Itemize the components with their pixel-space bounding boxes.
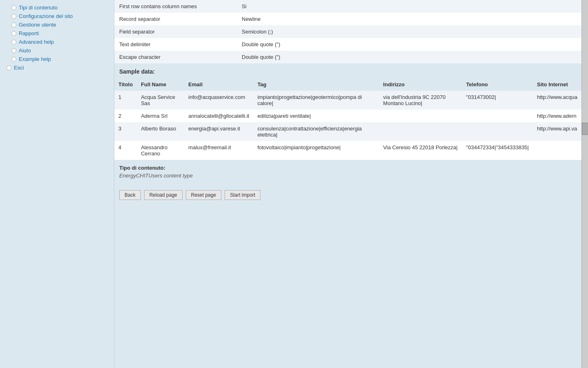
settings-row-4: Text delimiter Double quote (") (114, 38, 581, 51)
cell-full-name: Acqua Service Sas (137, 91, 184, 110)
sidebar-item-gestione-utente[interactable]: Gestione utente (0, 20, 114, 29)
cell-email: info@acquaservice.com (184, 91, 253, 110)
sidebar-item-configurazione-sito[interactable]: Configurazione del sito (0, 12, 114, 20)
settings-value: Si (237, 0, 581, 13)
col-sito-internet: Sito Internet (533, 78, 581, 91)
cell-titolo: 2 (114, 110, 137, 122)
cell-email: annalocatelli@gllocatelli.it (184, 110, 253, 122)
settings-label: First row contains column names (114, 0, 237, 13)
cell-tag: edilizia|pareti ventilate| (253, 110, 379, 122)
bullet-icon (7, 65, 11, 70)
reset-button[interactable]: Reset page (186, 190, 221, 200)
settings-value: Newline (237, 13, 581, 25)
col-email: Email (184, 78, 253, 91)
main-content: First row contains column names Si Recor… (114, 0, 581, 368)
cell-telefono: "034472334|"3454333835| (462, 141, 533, 160)
settings-label: Field separator (114, 25, 237, 38)
settings-value: Double quote (") (237, 51, 581, 63)
cell-email: malux@freemail.it (184, 141, 253, 160)
bullet-icon (11, 48, 16, 53)
bullet-icon (11, 31, 16, 36)
cell-sito (533, 141, 581, 160)
settings-label: Text delimiter (114, 38, 237, 51)
table-row: 1 Acqua Service Sas info@acquaservice.co… (114, 91, 581, 110)
start-import-button[interactable]: Start import (225, 190, 261, 200)
cell-telefono (462, 122, 533, 141)
cell-indirizzo (379, 110, 462, 122)
scrollbar-right[interactable] (581, 0, 588, 368)
cell-email: energia@api.varese.it (184, 122, 253, 141)
col-indirizzo: Indirizzo (379, 78, 462, 91)
content-type-value: EnergyCHITUsers content type (119, 173, 577, 179)
bullet-icon (11, 14, 16, 19)
cell-full-name: Aderma Srl (137, 110, 184, 122)
back-button[interactable]: Back (119, 190, 141, 200)
sidebar-item-advanced-help[interactable]: Advanced help (0, 38, 114, 46)
button-row: Back Reload page Reset page Start import (114, 184, 581, 206)
table-row: 2 Aderma Srl annalocatelli@gllocatelli.i… (114, 110, 581, 122)
sidebar: Tipi di contenuto Configurazione del sit… (0, 0, 114, 368)
col-tag: Tag (253, 78, 379, 91)
cell-titolo: 1 (114, 91, 137, 110)
cell-sito: http://www.api.va (533, 122, 581, 141)
cell-full-name: Alessandro Cerrano (137, 141, 184, 160)
cell-indirizzo: via dell'Industria 9C 22070 Montano Luci… (379, 91, 462, 110)
cell-titolo: 3 (114, 122, 137, 141)
col-titolo: Titolo (114, 78, 137, 91)
settings-value: Semicolon (;) (237, 25, 581, 38)
table-row: 3 Alberto Boraso energia@api.varese.it c… (114, 122, 581, 141)
bullet-icon (11, 5, 16, 10)
cell-sito: http://www.adern (533, 110, 581, 122)
reload-button[interactable]: Reload page (144, 190, 183, 200)
sidebar-item-rapporti[interactable]: Rapporti (0, 29, 114, 38)
cell-tag: impianto|progettazione|geotermico|pompa … (253, 91, 379, 110)
sidebar-item-esci[interactable]: Esci (0, 63, 114, 72)
cell-titolo: 4 (114, 141, 137, 160)
cell-tag: fotovoltaico|impianto|progettazione| (253, 141, 379, 160)
col-full-name: Full Name (137, 78, 184, 91)
cell-tag: consulenza|contrattazione|efficienza|ene… (253, 122, 379, 141)
cell-sito: http://www.acqua (533, 91, 581, 110)
sidebar-item-aiuto[interactable]: Aiuto (0, 46, 114, 55)
bullet-icon (11, 22, 16, 27)
settings-row-5: Escape character Double quote (") (114, 51, 581, 63)
settings-table: First row contains column names Si Recor… (114, 0, 581, 63)
cell-telefono: "031473002| (462, 91, 533, 110)
sidebar-item-example-help[interactable]: Example help (0, 55, 114, 63)
settings-row-3: Field separator Semicolon (;) (114, 25, 581, 38)
table-header-row: Titolo Full Name Email Tag Indirizzo Tel… (114, 78, 581, 91)
cell-full-name: Alberto Boraso (137, 122, 184, 141)
sample-data-title: Sample data: (114, 63, 581, 78)
cell-telefono (462, 110, 533, 122)
settings-row-1: First row contains column names Si (114, 0, 581, 13)
bullet-icon (11, 40, 16, 45)
settings-label: Record separator (114, 13, 237, 25)
cell-indirizzo (379, 122, 462, 141)
cell-indirizzo: Via Ceresio 45 22018 Porlezza| (379, 141, 462, 160)
settings-row-2: Record separator Newline (114, 13, 581, 25)
content-type-section: Tipo di contenuto: EnergyCHITUsers conte… (114, 160, 581, 184)
bullet-icon (11, 57, 16, 62)
sidebar-item-tipi-contenuto[interactable]: Tipi di contenuto (0, 3, 114, 12)
content-type-label: Tipo di contenuto: (119, 165, 577, 171)
col-telefono: Telefono (462, 78, 533, 91)
settings-value: Double quote (") (237, 38, 581, 51)
data-table: Titolo Full Name Email Tag Indirizzo Tel… (114, 78, 581, 160)
settings-label: Escape character (114, 51, 237, 63)
table-row: 4 Alessandro Cerrano malux@freemail.it f… (114, 141, 581, 160)
